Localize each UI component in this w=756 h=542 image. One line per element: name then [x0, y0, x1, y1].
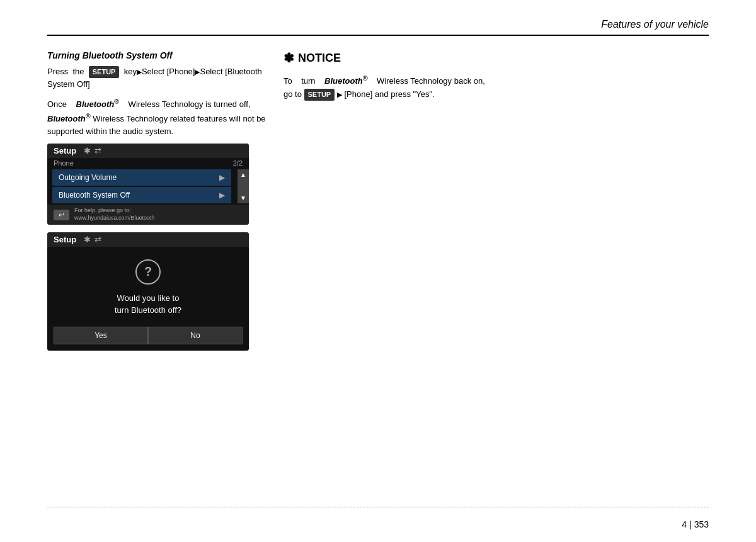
screen2-header-icons: ✱ ⇄ [84, 235, 101, 244]
dialog-question-icon: ? [135, 259, 161, 285]
screen1-page-indicator: 2/2 [233, 159, 243, 167]
screen1-header-icons: ✱ ⇄ [84, 146, 101, 155]
screen2-dialog: ? Would you like toturn Bluetooth off? Y… [47, 247, 249, 351]
screen1-phone-label: Phone [54, 159, 74, 167]
arrow-2: ▶ [195, 67, 200, 77]
screen1-header: Setup ✱ ⇄ [47, 144, 249, 158]
yes-button[interactable]: Yes [54, 327, 148, 344]
menu-row-outgoing: Outgoing Volume ▶ [52, 169, 231, 186]
screen2-transfer-icon: ⇄ [94, 235, 101, 244]
page-chapter: 4 [682, 519, 687, 529]
footer-page: 4 | 353 [682, 519, 709, 529]
screen2-bluetooth-icon: ✱ [84, 235, 91, 244]
screen2-header: Setup ✱ ⇄ [47, 232, 249, 247]
screen1-header-title: Setup [54, 146, 76, 155]
back-button[interactable]: ↩ [54, 210, 69, 220]
left-column: Turning Bluetooth System Off Press the S… [47, 50, 268, 358]
section-title: Turning Bluetooth System Off [47, 50, 268, 60]
bluetooth-icon: ✱ [84, 146, 91, 155]
help-text: For help, please go to:www.hyundaiusa.co… [74, 207, 155, 222]
menu-row-bluetooth-off: Bluetooth System Off ▶ [52, 187, 231, 203]
description-text: Once Bluetooth® Wireless Technology is t… [47, 96, 268, 137]
notice-arrow: ▶ [337, 89, 342, 101]
scroll-down-arrow[interactable]: ▼ [240, 195, 246, 201]
scroll-up-arrow[interactable]: ▲ [240, 171, 246, 178]
arrow-1: ▶ [137, 67, 142, 77]
dialog-text: Would you like toturn Bluetooth off? [54, 292, 243, 317]
screen1-menu-area: Outgoing Volume ▶ Bluetooth System Off ▶… [47, 169, 249, 203]
screen-mockup-1: Setup ✱ ⇄ Phone 2/2 Outgoing Volume ▶ Bl… [47, 144, 249, 224]
header-title: Features of your vehicle [601, 19, 709, 30]
screen1-footer: ↩ For help, please go to:www.hyundaiusa.… [47, 205, 249, 224]
menu-label-bluetooth-off: Bluetooth System Off [59, 191, 130, 200]
header-divider [47, 35, 709, 36]
notice-title: NOTICE [298, 52, 341, 65]
screen2-header-title: Setup [54, 235, 76, 244]
page-number: 353 [694, 519, 709, 529]
notice-text: To turn Bluetooth® Wireless Technology b… [284, 73, 491, 101]
setup-badge-1: SETUP [89, 66, 120, 78]
screen1-top-bar: Phone 2/2 [47, 158, 249, 168]
transfer-icon: ⇄ [94, 146, 101, 155]
screen-mockup-2: Setup ✱ ⇄ ? Would you like toturn Blueto… [47, 232, 249, 351]
notice-symbol: ✽ [284, 50, 294, 65]
page-separator: | [689, 519, 692, 529]
notice-header: ✽ NOTICE [284, 50, 491, 65]
right-column: ✽ NOTICE To turn Bluetooth® Wireless Tec… [284, 50, 491, 101]
footer-divider [47, 507, 709, 507]
menu-arrow-outgoing: ▶ [219, 173, 225, 182]
scroll-bar: ▲ ▼ [238, 169, 249, 203]
dialog-buttons: Yes No [54, 327, 243, 344]
screen1-body: Phone 2/2 Outgoing Volume ▶ Bluetooth Sy… [47, 158, 249, 203]
menu-label-outgoing: Outgoing Volume [59, 173, 117, 182]
no-button[interactable]: No [148, 327, 243, 344]
instruction-text: Press the SETUP key▶Select [Phone]▶Selec… [47, 65, 268, 90]
menu-arrow-bluetooth-off: ▶ [219, 191, 225, 200]
setup-badge-notice: SETUP [304, 89, 335, 101]
